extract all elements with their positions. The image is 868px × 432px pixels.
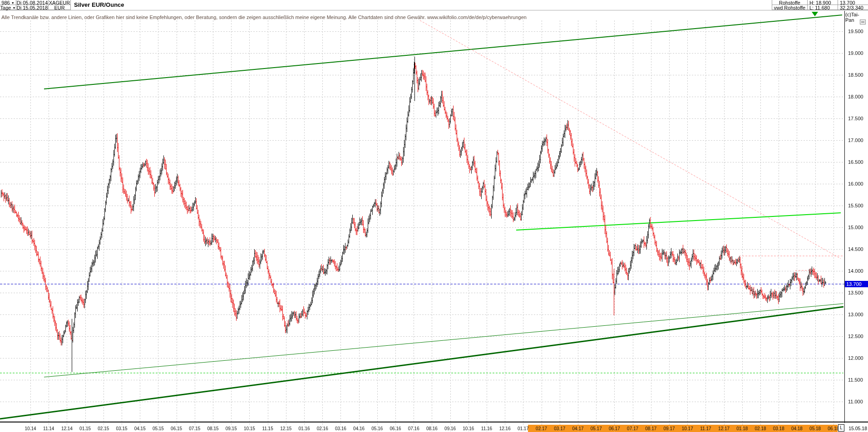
period-value: Tage: [0, 5, 11, 10]
last-marker-box: L: [838, 424, 844, 432]
minus-icon: [861, 22, 864, 22]
period-dropdown[interactable]: Tage▼: [0, 5, 16, 10]
disclaimer-text: Alle Trendkanäle bzw. andere Linien, ode…: [1, 15, 527, 20]
tai-pan-chart-window: 986▼ Di 05.08.2014 XAGEUR Tage▼ Di 15.05…: [0, 0, 868, 432]
symbol-field: XAGEUR: [49, 0, 71, 5]
category-label: Rohstoffe: [772, 0, 807, 5]
last-date-label: 15.05.18: [845, 426, 867, 431]
low-value: L: 11.680: [807, 5, 838, 10]
high-value: H: 18.900: [807, 0, 838, 5]
source-label: vwd Rohstoffe: [772, 5, 807, 10]
change-value: 32.2/3.340: [838, 5, 868, 10]
currency-field: EUR: [49, 5, 71, 10]
date-to-field[interactable]: Di 15.05.2018: [16, 5, 49, 10]
date-from-field[interactable]: Di 05.08.2014: [16, 0, 49, 5]
last-value: 13.700: [838, 0, 868, 5]
instrument-title: Silver EUR/Ounce: [74, 1, 124, 8]
collapse-button[interactable]: [860, 20, 866, 25]
last-price-tag: 13.700: [845, 281, 868, 287]
chevron-down-icon: ▼: [12, 6, 15, 10]
chevron-down-icon: ▼: [11, 1, 15, 5]
bar-count-dropdown[interactable]: 986▼: [0, 0, 16, 5]
price-chart-canvas[interactable]: [0, 0, 868, 432]
